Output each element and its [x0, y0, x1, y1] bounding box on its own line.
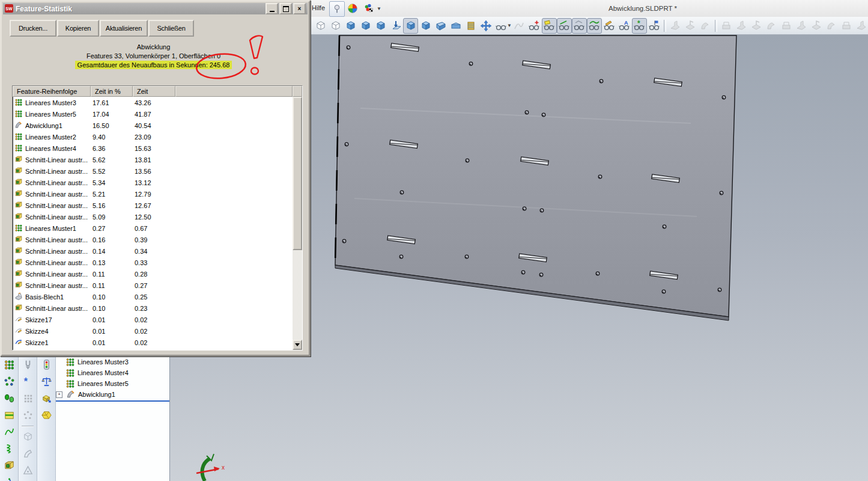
tree-item[interactable]: Lineares Muster3 [56, 357, 169, 367]
tree-item[interactable]: +Abwicklung1 [56, 389, 169, 400]
traffic-light-button[interactable] [39, 357, 54, 372]
process-bends-button[interactable] [698, 18, 713, 34]
dropdown-caret-icon[interactable]: ▼ [377, 6, 381, 11]
helix-button[interactable] [2, 441, 17, 456]
shaded-with-edges-button[interactable] [358, 18, 373, 34]
table-row[interactable]: Skizze40.010.02 [13, 325, 293, 337]
unfold-sketch-button[interactable] [20, 357, 35, 372]
spline-button[interactable] [2, 474, 17, 481]
table-row[interactable]: Schnitt-Linear austr...0.130.33 [13, 257, 293, 268]
linear-sketch-pattern-button[interactable] [20, 390, 35, 406]
jog-button[interactable] [794, 18, 809, 34]
dome-hex-button[interactable] [39, 407, 54, 423]
reference-point-button[interactable]: * [20, 373, 35, 389]
hide-show-lights-button[interactable] [647, 18, 662, 34]
render-sphere-icon[interactable] [345, 1, 360, 16]
pin-icon[interactable] [329, 1, 345, 17]
table-row[interactable]: Abwicklung116.5040.54 [13, 120, 293, 131]
base-flange-button[interactable] [719, 18, 734, 34]
linear-pattern-button[interactable] [2, 357, 17, 372]
view-orientation-button[interactable] [403, 18, 418, 34]
table-row[interactable]: Skizze170.010.02 [13, 314, 293, 325]
table-scrollbar[interactable] [293, 86, 302, 350]
tree-item[interactable]: Lineares Muster4 [56, 367, 169, 378]
table-row[interactable]: Schnitt-Linear austr...0.100.23 [13, 302, 293, 314]
unfold-button[interactable] [854, 18, 868, 34]
table-row[interactable]: Schnitt-Linear austr...0.110.27 [13, 280, 293, 291]
hem-button[interactable] [779, 18, 794, 34]
circular-pattern-button[interactable] [2, 373, 17, 389]
table-row[interactable]: Schnitt-Linear austr...0.160.39 [13, 234, 293, 245]
maximize-button[interactable] [279, 3, 292, 14]
hide-show-curves-button[interactable] [587, 18, 602, 34]
column-header-time[interactable]: Zeit [133, 86, 175, 97]
table-row[interactable]: Schnitt-Linear austr...5.5213.56 [13, 165, 293, 177]
hide-show-origins-button[interactable] [572, 18, 587, 34]
drucken-button[interactable]: Drucken... [10, 20, 56, 37]
hidden-lines-visible-button[interactable] [328, 18, 343, 34]
tree-item[interactable]: Lineares Muster5 [56, 378, 169, 389]
table-row[interactable]: Schnitt-Linear austr...5.2112.79 [13, 188, 293, 200]
view-settings-button[interactable] [493, 18, 508, 34]
scroll-thumb[interactable] [293, 97, 302, 250]
rollback-bar[interactable] [56, 400, 169, 402]
hide-show-relations-button[interactable] [602, 18, 617, 34]
hide-show-planes-button[interactable] [527, 18, 542, 34]
mass-properties-button[interactable] [39, 373, 54, 389]
perspective-button[interactable] [433, 18, 448, 34]
pan-button[interactable] [478, 18, 493, 34]
edge-flange-button[interactable] [734, 18, 749, 34]
rip-button[interactable] [839, 18, 854, 34]
insert-bends-button[interactable] [668, 18, 683, 34]
close-icon[interactable]: × [293, 3, 306, 14]
miter-flange-button[interactable] [749, 18, 764, 34]
table-row[interactable]: Lineares Muster317.6143.26 [13, 97, 293, 108]
surface-button[interactable] [2, 458, 17, 473]
sketched-bend-button[interactable] [764, 18, 779, 34]
shaded-button[interactable] [373, 18, 388, 34]
table-row[interactable]: Lineares Muster29.4023.09 [13, 131, 293, 142]
table-row[interactable]: Schnitt-Linear austr...5.3413.12 [13, 177, 293, 188]
closed-corner-button[interactable] [809, 18, 824, 34]
table-row[interactable]: Schnitt-Linear austr...5.0912.50 [13, 211, 293, 222]
column-header-percent[interactable]: Zeit in % [91, 86, 133, 97]
table-row[interactable]: Basis-Blech10.100.25 [13, 291, 293, 302]
column-header-feature[interactable]: Feature-Reihenfolge [13, 86, 91, 97]
table-row[interactable]: Skizze10.010.02 [13, 337, 293, 348]
table-row[interactable]: Schnitt-Linear austr...0.140.34 [13, 245, 293, 257]
circular-sketch-pattern-button[interactable] [20, 407, 35, 423]
minimize-button[interactable] [266, 3, 278, 14]
section-view-button[interactable] [448, 18, 463, 34]
hide-show-axes-button[interactable] [557, 18, 572, 34]
view-back-button[interactable] [418, 18, 433, 34]
flatten-bends-button[interactable] [683, 18, 698, 34]
expand-plus-icon[interactable]: + [56, 391, 62, 398]
menu-item-hilfe[interactable]: Hilfe [312, 4, 325, 11]
curve-button[interactable] [2, 424, 17, 440]
kopieren-button[interactable]: Kopieren [57, 20, 99, 37]
scroll-down-button[interactable] [293, 340, 302, 350]
table-row[interactable]: Lineares Muster10.270.67 [13, 222, 293, 234]
table-row[interactable]: Schnitt-Linear austr...0.110.28 [13, 268, 293, 280]
table-row[interactable]: Schnitt-Linear austr...5.1612.67 [13, 200, 293, 211]
hide-show-points-button[interactable]: * [632, 18, 647, 34]
realview-button[interactable] [463, 18, 478, 34]
hidden-lines-removed-button[interactable] [343, 18, 358, 34]
wireframe-button[interactable] [313, 18, 328, 34]
aktualisieren-button[interactable]: Aktualisieren [100, 20, 148, 37]
box-feature-button[interactable] [20, 429, 35, 444]
table-row[interactable]: Schnitt-Linear austr...5.6213.81 [13, 154, 293, 165]
redraw-button[interactable] [512, 18, 527, 34]
move-face-button[interactable] [39, 390, 54, 406]
schliessen-button[interactable]: Schließen [148, 20, 194, 37]
table-row[interactable]: Lineares Muster46.3615.63 [13, 142, 293, 154]
dropdown-caret-icon[interactable]: ▼ [507, 23, 512, 28]
motion-study-icon[interactable] [362, 1, 376, 16]
table-row[interactable]: Lineares Muster517.0441.87 [13, 108, 293, 120]
alert-button[interactable] [20, 462, 35, 478]
wrap-button[interactable] [2, 407, 17, 423]
hide-show-annotations-button[interactable]: A [617, 18, 632, 34]
flex-button[interactable] [20, 446, 35, 461]
mirror-feature-button[interactable] [2, 390, 17, 406]
normal-to-button[interactable] [388, 18, 403, 34]
